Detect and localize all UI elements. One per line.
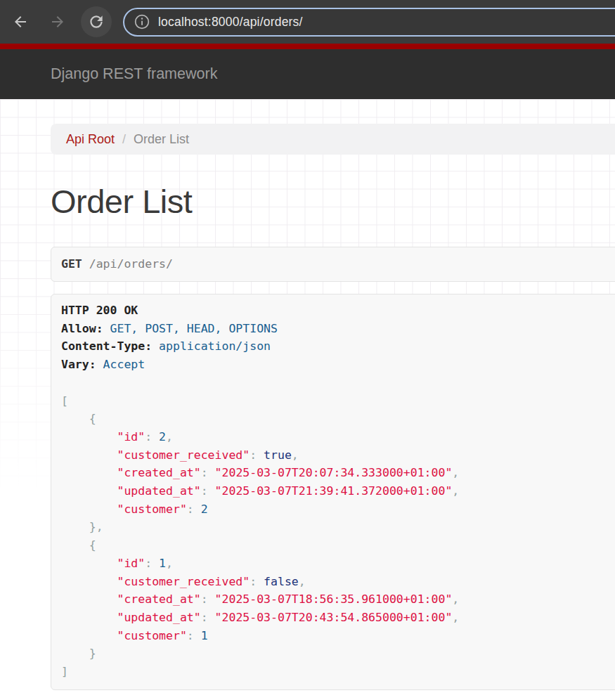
forward-button[interactable]: [49, 13, 66, 30]
navbar-brand: Django REST framework: [51, 65, 217, 83]
breadcrumb: Api Root / Order List: [51, 124, 615, 155]
drf-navbar: Django REST framework: [0, 49, 615, 99]
page-content: Api Root / Order List Order List GET /ap…: [0, 99, 615, 700]
breadcrumb-separator: /: [122, 132, 126, 147]
page-title: Order List: [51, 182, 615, 221]
request-path: /api/orders/: [89, 257, 173, 271]
url-text: localhost:8000/api/orders/: [158, 15, 303, 30]
reload-button[interactable]: [81, 6, 112, 37]
request-method: GET: [61, 257, 82, 271]
reload-icon: [87, 13, 105, 31]
response-panel: HTTP 200 OK Allow: GET, POST, HEAD, OPTI…: [51, 294, 615, 690]
browser-toolbar: localhost:8000/api/orders/: [0, 0, 615, 44]
page-info-icon[interactable]: [133, 13, 151, 31]
response-body: HTTP 200 OK Allow: GET, POST, HEAD, OPTI…: [61, 302, 611, 681]
forward-arrow-icon: [49, 13, 66, 30]
request-summary: GET /api/orders/: [51, 247, 615, 282]
back-button[interactable]: [12, 13, 29, 30]
accent-red-strip: [0, 44, 615, 49]
breadcrumb-current: Order List: [134, 132, 189, 147]
breadcrumb-link-api-root[interactable]: Api Root: [66, 132, 115, 147]
address-bar[interactable]: localhost:8000/api/orders/: [123, 8, 615, 37]
back-arrow-icon: [12, 13, 29, 30]
